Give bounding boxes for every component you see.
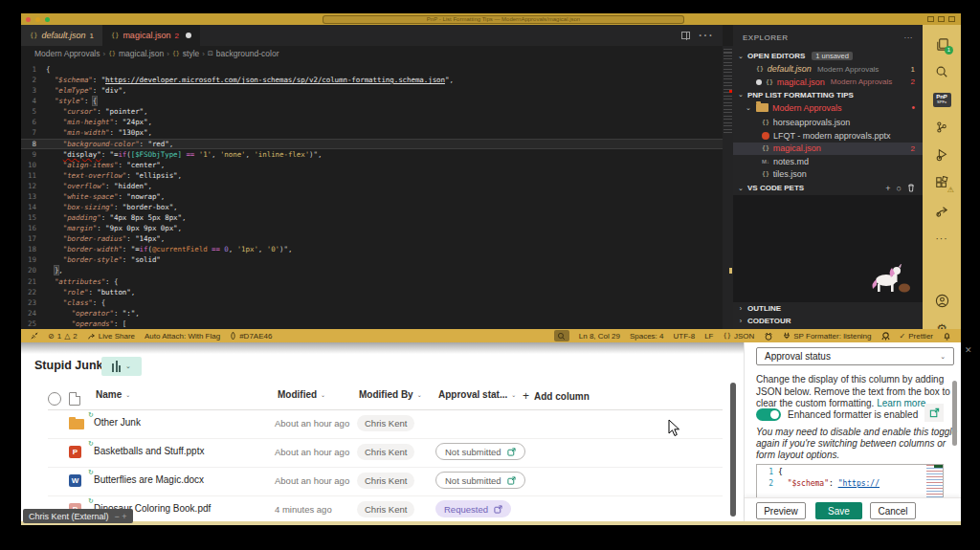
code-line-24[interactable]: 24 "operator": ":", — [21, 308, 723, 319]
file-horseapprovals[interactable]: {}horseapprovals.json — [733, 117, 923, 130]
breadcrumb[interactable]: Modern Approvals› {} magical.json› {} st… — [21, 46, 723, 61]
titlebar-layout-icons[interactable] — [927, 16, 955, 22]
minimize-window-icon[interactable] — [35, 17, 40, 22]
file-magical-json[interactable]: {}magical.json 2 — [733, 143, 923, 156]
explorer-icon[interactable]: 1 — [928, 31, 955, 57]
prettier-status[interactable]: ✓Prettier — [900, 332, 934, 341]
open-editor-default-json[interactable]: {} default.json Modern Approvals 1 — [733, 63, 923, 77]
panel-scrollbar[interactable] — [952, 381, 957, 446]
learn-more-link[interactable]: Learn more — [877, 398, 925, 408]
language-mode-status[interactable]: {}JSON — [724, 332, 755, 341]
code-line-18[interactable]: 18 "border-width": "=if(@currentField ==… — [21, 244, 723, 254]
preview-button[interactable]: Preview — [756, 502, 806, 519]
list-row-other-junk[interactable]: ↻ Other Junk About an hour ago Chris Ken… — [21, 409, 723, 438]
maximize-window-icon[interactable] — [45, 17, 50, 22]
remote-icon[interactable] — [31, 332, 38, 340]
eol-status[interactable]: LF — [704, 332, 713, 341]
split-editor-icon[interactable] — [681, 32, 690, 39]
add-pet-icon[interactable]: + — [885, 184, 890, 193]
code-line-21[interactable]: 21 "attributes": { — [21, 276, 723, 287]
cursor-position-status[interactable]: Ln 8, Col 29 — [579, 332, 620, 341]
code-line-11[interactable]: 11 "text-overflow": "ellipsis", — [21, 170, 723, 181]
minimap[interactable] — [723, 46, 733, 329]
sp-formatter-status[interactable]: SP Formatter: listening — [783, 332, 871, 341]
code-line-19[interactable]: 19 "border-style": "solid" — [21, 254, 723, 265]
approval-status-pill[interactable]: Requested — [435, 500, 511, 517]
section-outline[interactable]: ›OUTLINE — [733, 302, 923, 316]
pet-ball-icon[interactable]: ○ — [897, 184, 902, 193]
section-codetour[interactable]: ›CODETOUR — [733, 315, 923, 328]
encoding-status[interactable]: UTF-8 — [673, 332, 695, 341]
section-vscode-pets[interactable]: ⌄VS CODE PETS + ○ — [733, 182, 923, 195]
person-chip[interactable]: Chris Kent — [357, 473, 414, 489]
approval-status-pill[interactable]: Not submitted — [435, 443, 525, 460]
code-editor[interactable]: 1{2 "$schema": "https://developer.micros… — [21, 61, 723, 329]
person-chip[interactable]: Chris Kent — [357, 444, 414, 460]
indentation-status[interactable]: Spaces: 4 — [630, 332, 664, 341]
code-line-3[interactable]: 3 "elmType": "div", — [21, 85, 723, 96]
person-chip[interactable]: Chris Kent — [357, 415, 414, 431]
code-line-16[interactable]: 16 "margin": "9px 0px 9px 0px", — [21, 223, 723, 233]
doc-type-column-icon[interactable] — [69, 392, 80, 406]
search-icon[interactable] — [928, 58, 955, 85]
code-line-1[interactable]: 1{ — [21, 64, 723, 75]
tab-default-json[interactable]: {} default.json 1 — [21, 25, 102, 46]
code-line-22[interactable]: 22 "role": "button", — [21, 287, 723, 297]
open-editor-magical-json[interactable]: {} magical.json Modern Approvals 2 — [733, 76, 923, 89]
expand-editor-button[interactable] — [924, 404, 944, 422]
explorer-more-icon[interactable]: ··· — [904, 33, 914, 42]
person-chip[interactable]: Chris Kent — [357, 501, 414, 517]
more-views-icon[interactable]: ··· — [928, 225, 955, 252]
view-selector-button[interactable]: ⌄ — [101, 357, 142, 376]
code-line-13[interactable]: 13 "white-space": "nowrap", — [21, 191, 723, 202]
column-header-approval-status[interactable]: Approval stat...⌄ — [438, 389, 516, 400]
list-scrollbar[interactable] — [730, 383, 736, 517]
open-external-icon[interactable] — [507, 448, 516, 456]
section-open-editors[interactable]: ⌄OPEN EDITORS 1 unsaved — [733, 50, 923, 63]
open-external-icon[interactable] — [494, 505, 502, 514]
problems-status[interactable]: ⊘1 △2 — [48, 332, 78, 341]
code-line-14[interactable]: 14 "box-sizing": "border-box", — [21, 202, 723, 212]
list-row-butterflies[interactable]: W ↻ Butterflies are Magic.docx About an … — [21, 467, 723, 495]
open-external-icon[interactable] — [507, 476, 516, 485]
code-line-8[interactable]: 8 "background-color": "red", — [21, 139, 723, 149]
pets-panel[interactable] — [733, 195, 923, 302]
code-line-7[interactable]: 7 "min-width": "130px", — [21, 127, 723, 138]
code-line-5[interactable]: 5 "cursor": "pointer", — [21, 106, 723, 117]
tab-magical-json[interactable]: {} magical.json 2 — [102, 25, 200, 46]
code-line-23[interactable]: 23 "class": { — [21, 297, 723, 308]
pnp-spfx-icon[interactable]: PnPSPFx — [928, 86, 955, 113]
close-window-icon[interactable] — [26, 17, 31, 22]
notifications-bell-icon[interactable] — [943, 331, 951, 341]
code-line-25[interactable]: 25 "operands": [ — [21, 319, 723, 329]
column-header-modified-by[interactable]: Modified By⌄ — [359, 389, 422, 400]
json-editor-box[interactable]: 12 { "$schema": "https:// — [756, 464, 944, 500]
file-tiles-json[interactable]: {}tiles.json — [733, 168, 923, 182]
delete-pet-icon[interactable] — [907, 184, 915, 192]
code-line-2[interactable]: 2 "$schema": "https://developer.microsof… — [21, 75, 723, 85]
extensions-icon[interactable]: ⚠ — [928, 169, 955, 196]
close-panel-icon[interactable]: ✕ — [965, 345, 972, 355]
code-line-6[interactable]: 6 "min-height": "24px", — [21, 117, 723, 127]
file-lfqt-pptx[interactable]: LFQT - modern approvals.pptx — [733, 129, 923, 143]
account-icon[interactable] — [928, 287, 955, 314]
code-line-15[interactable]: 15 "padding": "4px 8px 5px 8px", — [21, 212, 723, 223]
peacock-color-status[interactable]: #D7AE46 — [230, 332, 272, 341]
column-select-dropdown[interactable]: Approval status⌄ — [756, 347, 954, 365]
code-line-4[interactable]: 4 "style": { — [21, 96, 723, 106]
cancel-button[interactable]: Cancel — [870, 502, 916, 519]
code-line-17[interactable]: 17 "border-radius": "14px", — [21, 233, 723, 244]
pets-status-icon[interactable] — [764, 332, 773, 341]
run-debug-icon[interactable] — [928, 142, 955, 168]
add-column-button[interactable]: +Add column — [523, 389, 590, 403]
select-all-checkbox[interactable] — [48, 392, 61, 406]
code-line-9[interactable]: 9 "display": "=if([$FSObjType] == '1', '… — [21, 149, 723, 160]
save-button[interactable]: Save — [815, 502, 862, 519]
list-row-basketballs[interactable]: P ↻ Basketballs and Stuff.pptx About an … — [21, 438, 723, 467]
unsaved-dot-icon[interactable] — [186, 33, 191, 38]
octopus-icon[interactable] — [881, 332, 890, 341]
command-center[interactable]: PnP - List Formatting Tips — ModernAppro… — [323, 15, 684, 24]
code-line-10[interactable]: 10 "align-items": "center", — [21, 160, 723, 170]
code-line-12[interactable]: 12 "overflow": "hidden", — [21, 181, 723, 191]
code-line-20[interactable]: 20 }, — [21, 265, 723, 275]
